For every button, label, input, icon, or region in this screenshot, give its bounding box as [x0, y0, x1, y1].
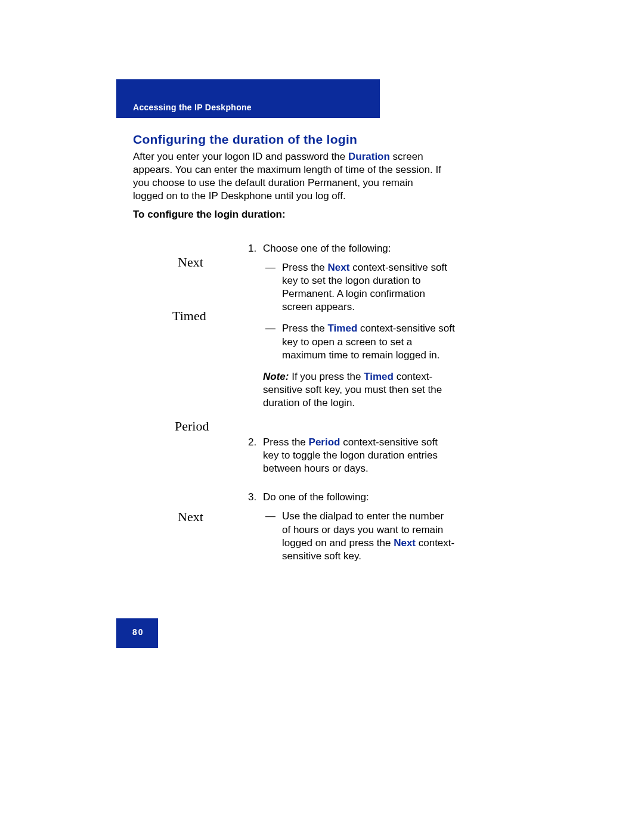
page-number: 80: [132, 627, 144, 637]
step-1a-link: Next: [328, 262, 350, 273]
softkey-next-2: Next: [178, 509, 203, 525]
note-link: Timed: [364, 371, 394, 382]
note-label: Note:: [263, 371, 289, 382]
step-1-option-b: — Press the Timed context-sensitive soft…: [263, 322, 455, 361]
step-1-lead: Choose one of the following:: [263, 243, 391, 254]
softkey-timed: Timed: [172, 308, 206, 324]
header-bar: Accessing the IP Deskphone: [116, 79, 380, 118]
page-title: Configuring the duration of the login: [133, 132, 357, 147]
step-1: Choose one of the following: — Press the…: [259, 242, 455, 410]
intro-duration-link: Duration: [348, 151, 390, 162]
procedure-heading: To configure the login duration:: [133, 209, 286, 221]
step-2: Press the Period context-sensitive soft …: [259, 436, 455, 475]
note-pre: If you press the: [289, 371, 364, 382]
dash-icon: —: [263, 510, 282, 562]
step-1b-link: Timed: [328, 323, 358, 334]
step-1-note: Note: If you press the Timed context-sen…: [263, 370, 455, 410]
steps-container: Choose one of the following: — Press the…: [246, 242, 455, 576]
step-3: Do one of the following: — Use the dialp…: [259, 491, 455, 562]
step-3a-link: Next: [394, 537, 416, 549]
softkey-period: Period: [175, 419, 209, 434]
step-1a-pre: Press the: [282, 262, 328, 273]
step-1-option-a: — Press the Next context-sensitive soft …: [263, 261, 455, 314]
intro-paragraph: After you enter your logon ID and passwo…: [133, 150, 443, 203]
step-1b-pre: Press the: [282, 323, 328, 334]
softkey-next: Next: [178, 255, 203, 270]
intro-text-pre: After you enter your logon ID and passwo…: [133, 151, 348, 162]
dash-icon: —: [263, 322, 282, 361]
step-3-lead: Do one of the following:: [263, 491, 369, 503]
step-3-option-a: — Use the dialpad to enter the number of…: [263, 510, 455, 562]
dash-icon: —: [263, 261, 282, 314]
step-2-pre: Press the: [263, 436, 309, 448]
step-2-link: Period: [309, 436, 340, 448]
header-section: Accessing the IP Deskphone: [133, 103, 252, 112]
